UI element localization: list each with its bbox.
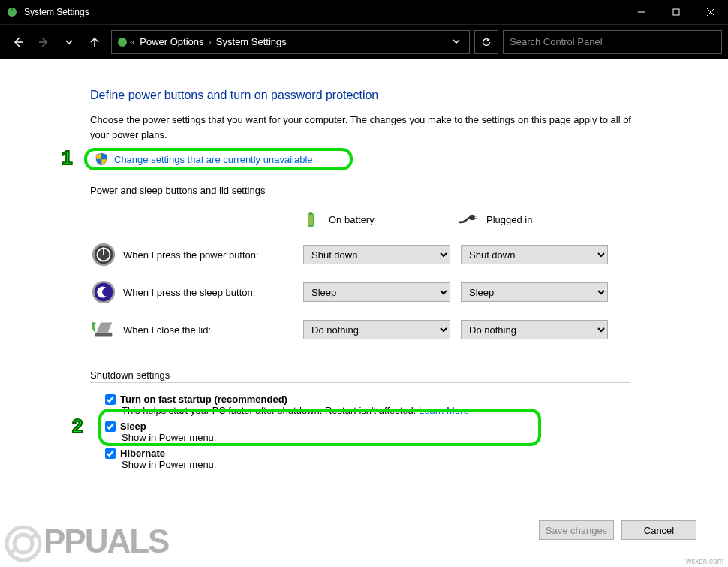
titlebar: System Settings [0,0,728,24]
navbar: « Power Options › System Settings [0,24,728,59]
shutdown-divider [90,382,630,383]
fast-startup-label: Turn on fast startup (recommended) [120,394,287,405]
plugged-column-header: Plugged in [458,209,615,230]
search-input[interactable] [510,36,715,47]
lid-label: When I close the lid: [123,324,303,336]
svg-rect-1 [11,8,13,11]
address-icon [116,36,128,48]
address-dropdown-icon[interactable] [453,36,460,47]
battery-icon [300,209,321,230]
fast-startup-checkbox[interactable] [105,394,116,405]
cancel-button[interactable]: Cancel [621,520,696,540]
lid-battery-select[interactable]: Do nothing [303,320,450,339]
sleep-button-label: When I press the sleep button: [123,287,303,298]
address-bar[interactable]: « Power Options › System Settings [111,30,470,54]
sleep-battery-select[interactable]: Sleep [303,282,450,302]
shutdown-section-header: Shutdown settings [90,369,683,381]
buttons-section-header: Power and sleep buttons and lid settings [90,185,683,196]
sleep-button-row: When I press the sleep button: Sleep Sle… [90,275,683,309]
svg-point-23 [14,535,32,553]
plugged-label: Plugged in [486,214,532,225]
lid-plugged-select[interactable]: Do nothing [461,320,608,339]
sleep-label: Sleep [120,421,146,432]
sleep-desc: Show in Power menu. [122,432,683,443]
svg-point-8 [118,38,127,47]
page-intro: Choose the power settings that you want … [90,113,645,142]
lid-icon [90,316,117,343]
svg-rect-3 [673,9,679,15]
hibernate-item: Hibernate Show in Power menu. [105,448,683,470]
forward-button[interactable] [32,30,56,54]
page-title: Define power buttons and turn on passwor… [90,89,683,102]
save-button[interactable]: Save changes [539,520,614,540]
annotation-number-2: 2 [72,415,83,438]
power-plugged-select[interactable]: Shut down [461,245,608,264]
sleep-plugged-select[interactable]: Sleep [461,282,608,302]
refresh-button[interactable] [474,30,498,54]
minimize-button[interactable] [624,0,659,24]
svg-point-22 [7,527,40,560]
plug-icon [458,209,479,230]
hibernate-checkbox[interactable] [105,448,116,459]
sleep-item: Sleep Show in Power menu. [105,421,683,443]
annotation-number-1: 1 [62,146,72,170]
hibernate-label: Hibernate [120,448,165,459]
svg-rect-10 [309,212,312,214]
section-divider [90,198,630,198]
breadcrumb-power-options[interactable]: Power Options [137,36,206,47]
sleep-checkbox[interactable] [105,421,116,432]
lid-row: When I close the lid: Do nothing Do noth… [90,312,683,347]
app-icon [6,6,18,18]
hibernate-desc: Show in Power menu. [122,459,683,470]
watermark-logo: PPUALS [3,523,168,564]
recent-dropdown[interactable] [57,30,81,54]
svg-rect-12 [470,215,475,220]
watermark-site: wsxdn.com [686,557,723,565]
content-area: Define power buttons and turn on passwor… [0,59,728,470]
battery-column-header: On battery [300,209,458,230]
bottom-bar: Save changes Cancel [539,520,696,540]
maximize-button[interactable] [659,0,693,24]
fast-startup-desc: This helps start your PC faster after sh… [122,405,419,416]
change-settings-link-text[interactable]: Change settings that are currently unava… [114,154,313,165]
battery-label: On battery [329,214,375,225]
power-button-icon [90,241,117,268]
learn-more-link[interactable]: Learn More [419,405,468,416]
breadcrumb-sep: › [207,36,213,47]
fast-startup-item: Turn on fast startup (recommended) This … [105,394,683,416]
breadcrumb-prefix: « [128,36,137,47]
up-button[interactable] [83,30,107,54]
svg-rect-21 [95,333,113,337]
search-box[interactable] [503,30,722,54]
svg-rect-11 [308,215,313,225]
shield-icon [95,152,108,166]
power-button-row: When I press the power button: Shut down… [90,237,683,272]
sleep-button-icon [90,279,117,306]
window-title: System Settings [24,7,624,17]
back-button[interactable] [6,30,30,54]
close-button[interactable] [693,0,728,24]
change-settings-link[interactable]: Change settings that are currently unava… [95,152,313,166]
power-battery-select[interactable]: Shut down [303,245,450,264]
power-button-label: When I press the power button: [123,249,303,261]
breadcrumb-system-settings[interactable]: System Settings [213,36,290,47]
